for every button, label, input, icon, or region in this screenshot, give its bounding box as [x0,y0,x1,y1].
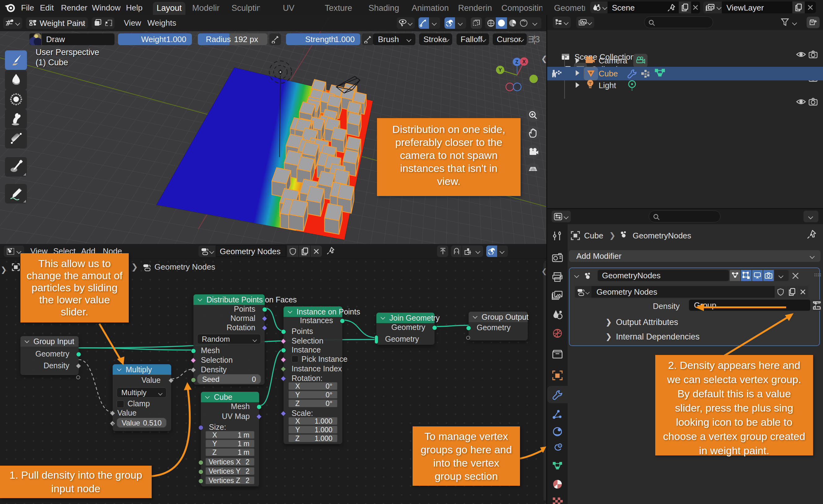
svg-text:Z: Z [515,59,518,65]
svg-text:Y: Y [499,67,502,73]
svg-text:X: X [522,59,526,64]
